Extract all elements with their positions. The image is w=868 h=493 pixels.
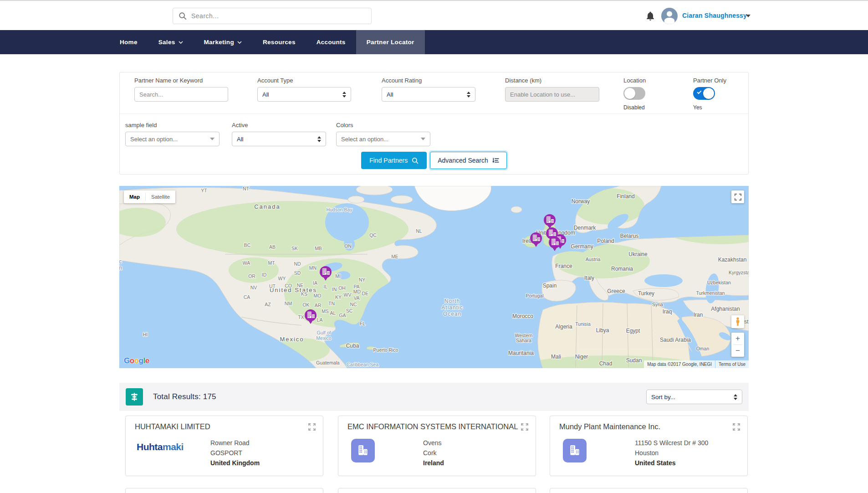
expand-icon[interactable] [521, 423, 528, 431]
pegman-icon [735, 317, 741, 326]
map-label: AZ [265, 302, 271, 307]
map-label: HI [143, 332, 148, 337]
map-type-control: Map Satellite [124, 190, 175, 203]
map-label: Ukraine [628, 251, 648, 257]
partner-name: Mundy Plant Maintenance Inc. [559, 422, 660, 431]
partner-card[interactable] [125, 488, 323, 493]
partner-only-state: Yes [693, 104, 702, 111]
zoom-out-button[interactable]: − [731, 345, 744, 357]
map-label: IN [332, 287, 337, 292]
partner-country: United Kingdom [210, 458, 260, 468]
global-search-input[interactable] [191, 12, 366, 20]
map-label: Belarus [620, 233, 639, 239]
map-label: United States [270, 287, 317, 293]
nav-item-accounts[interactable]: Accounts [306, 30, 356, 54]
map-label: Uzbekistan [707, 280, 731, 285]
partner-card[interactable]: Mundy Plant Maintenance Inc. 11150 S Wil… [550, 416, 748, 476]
expand-icon[interactable] [308, 423, 316, 431]
map-fullscreen-button[interactable] [731, 190, 744, 203]
map-label: WA [243, 260, 250, 266]
filter-panel: Partner Name or Keyword Account Type All… [119, 72, 749, 175]
colors-combobox[interactable]: Select an option... [336, 132, 430, 146]
select-spinner-icon [342, 92, 346, 98]
partner-card[interactable]: HUHTAMAKI LIMITED Huhtamaki Rowner Road … [125, 416, 323, 476]
top-header: Ciaran Shaughnessy [0, 0, 868, 30]
account-type-select[interactable]: All [257, 87, 351, 102]
map-label: MT [268, 260, 275, 266]
sort-by-select[interactable]: Sort by... [646, 390, 742, 404]
google-logo[interactable]: Google [124, 356, 149, 365]
satellite-view-button[interactable]: Satellite [146, 190, 175, 203]
map-label: KS [301, 291, 307, 297]
sample-field-combobox[interactable]: Select an option... [125, 132, 220, 146]
map-label: Spain [543, 282, 557, 289]
dropdown-caret-icon [421, 138, 425, 140]
map-label: Sahara [516, 338, 531, 343]
active-select[interactable]: All [232, 132, 326, 146]
check-icon [697, 90, 702, 94]
expand-icon[interactable] [733, 423, 740, 431]
partner-name-field[interactable] [134, 87, 228, 102]
partner-name-input[interactable] [139, 91, 223, 98]
filter-divider [120, 113, 748, 114]
map-label: Syria [652, 302, 663, 307]
map-label: Mexico [280, 336, 304, 343]
map-label: MD [353, 289, 361, 294]
account-rating-select[interactable]: All [382, 87, 475, 102]
nav-item-sales[interactable]: Sales [148, 30, 194, 54]
map-label: SC [346, 308, 353, 313]
map-label: Denmark [574, 225, 597, 231]
map-label: Caribbean Sea [347, 362, 378, 367]
map-label: MN [309, 265, 317, 271]
map-view-button[interactable]: Map [124, 190, 145, 203]
pegman-control[interactable] [731, 315, 744, 328]
advanced-search-button[interactable]: Advanced Search [430, 152, 507, 169]
map-label: MO [314, 293, 322, 298]
fullscreen-icon [735, 194, 741, 200]
map-label: AB [269, 244, 276, 250]
active-label: Active [232, 122, 248, 128]
map-label: KY [335, 294, 342, 300]
nav-item-partner-locator[interactable]: Partner Locator [356, 30, 425, 54]
nav-item-resources[interactable]: Resources [252, 30, 306, 54]
partner-only-toggle[interactable] [693, 87, 715, 100]
map-zoom-control: + − [731, 333, 744, 357]
map-label: Egypt [626, 328, 640, 334]
partner-locator-page: Ciaran Shaughnessy Home Sales Marketing … [0, 0, 868, 493]
map-attribution: Map data ©2017 Google, INEGI Terms of Us… [644, 360, 749, 368]
user-menu-caret-icon[interactable] [746, 15, 751, 17]
nav-item-marketing[interactable]: Marketing [194, 30, 252, 54]
map-label: Algeria [555, 324, 572, 330]
map-label: NY [359, 277, 366, 282]
map-label: North [444, 298, 460, 304]
partner-card[interactable]: EMC INFORMATION SYSTEMS INTERNATIONAL Ov… [338, 416, 536, 476]
map-label: Niger [575, 354, 588, 360]
filter-list-icon [492, 157, 499, 164]
map-label: Guatemala [316, 360, 340, 365]
partner-card[interactable] [550, 488, 748, 493]
map-label: Kazakhstan [718, 257, 747, 263]
user-name[interactable]: Ciaran Shaughnessy [682, 12, 747, 19]
map-label: VA [353, 295, 359, 301]
terms-of-use-link[interactable]: Terms of Use [715, 360, 749, 368]
map-label: Libya [596, 327, 609, 334]
google-map[interactable]: CanadaUnited StatesMexicoCubaGuatemalaPu… [119, 186, 749, 368]
zoom-in-button[interactable]: + [731, 333, 744, 344]
distance-field [505, 87, 599, 102]
distance-label: Distance (km) [505, 77, 541, 84]
notifications-bell-icon[interactable] [645, 10, 656, 21]
find-partners-button[interactable]: Find Partners [361, 152, 427, 169]
results-list-icon [126, 388, 143, 406]
partner-name: EMC INFORMATION SYSTEMS INTERNATIONAL [347, 422, 507, 431]
map-label: NV [250, 285, 257, 290]
location-toggle[interactable] [623, 87, 645, 100]
account-rating-label: Account Rating [382, 77, 422, 84]
partner-only-label: Partner Only [693, 77, 726, 84]
partner-card[interactable] [338, 488, 536, 493]
global-search[interactable] [173, 8, 372, 24]
account-type-label: Account Type [257, 77, 293, 84]
partner-address: Rowner Road GOSPORT United Kingdom [210, 438, 260, 468]
nav-item-home[interactable]: Home [109, 30, 148, 54]
map-label: ID [262, 272, 267, 277]
user-avatar[interactable] [661, 8, 678, 24]
